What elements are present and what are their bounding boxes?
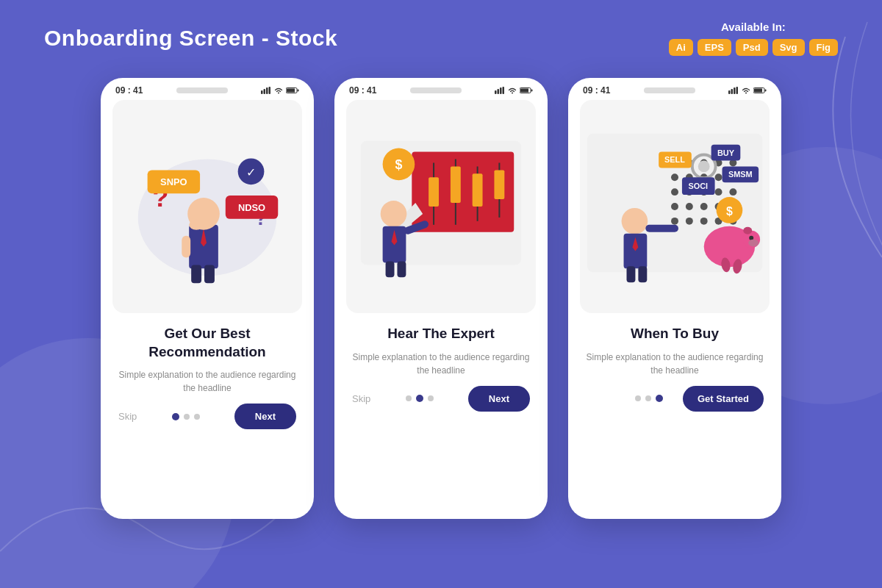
svg-rect-20 xyxy=(182,236,190,258)
phone-2-dots xyxy=(406,395,434,402)
phone-3-status-bar: 09 : 41 xyxy=(568,78,781,100)
phone-2-subtext: Simple explanation to the audience regar… xyxy=(349,351,533,377)
illustration-2-svg: $ xyxy=(346,112,536,301)
phone-1-content: Get Our BestRecommendation Simple explan… xyxy=(101,313,314,395)
svg-rect-22 xyxy=(204,265,215,283)
phone-3-illustration: SELL BUY SOCI SMSM $ xyxy=(580,100,770,313)
svg-point-102 xyxy=(622,208,648,234)
format-badge-ai: Ai xyxy=(669,39,693,56)
available-label: Available In: xyxy=(721,21,786,33)
dot-3-inactive-1 xyxy=(635,395,641,401)
header: Onboarding Screen - Stock Available In: … xyxy=(0,0,882,71)
svg-rect-24 xyxy=(497,89,499,94)
svg-point-78 xyxy=(671,218,678,225)
battery-icon xyxy=(286,87,299,94)
format-badge-fig: Fig xyxy=(809,39,839,56)
phone-3-dots xyxy=(635,395,663,402)
svg-rect-39 xyxy=(494,170,504,199)
phone-1-status-bar: 09 : 41 xyxy=(101,78,314,100)
phone-3-time: 09 : 41 xyxy=(583,85,610,96)
svg-rect-6 xyxy=(297,90,298,92)
svg-point-44 xyxy=(381,201,407,227)
phone-1-footer: Skip Next xyxy=(101,395,314,444)
svg-rect-25 xyxy=(500,87,502,94)
wifi-icon xyxy=(274,87,283,94)
phone-2-next-button[interactable]: Next xyxy=(468,386,530,412)
dot-2-inactive-1 xyxy=(406,395,412,401)
svg-rect-33 xyxy=(429,177,439,207)
svg-rect-2 xyxy=(266,87,268,94)
phone-2-skip-button[interactable]: Skip xyxy=(352,393,370,404)
phone-3-get-started-button[interactable]: Get Started xyxy=(683,386,764,412)
dot-2-active xyxy=(416,395,423,402)
svg-point-100 xyxy=(743,227,752,234)
svg-text:✓: ✓ xyxy=(246,166,256,179)
svg-text:SOCI: SOCI xyxy=(688,182,708,190)
svg-point-84 xyxy=(698,160,710,172)
available-section: Available In: Ai EPS Psd Svg Fig xyxy=(669,21,838,56)
svg-rect-26 xyxy=(502,87,504,94)
phones-container: 09 : 41 ? ? SNPO NDSO xyxy=(0,78,882,519)
svg-rect-0 xyxy=(261,90,263,94)
phone-3-icons xyxy=(728,87,767,94)
phone-1-next-button[interactable]: Next xyxy=(234,404,296,429)
battery-icon-2 xyxy=(520,87,533,94)
svg-rect-29 xyxy=(531,90,532,92)
battery-icon-3 xyxy=(753,87,767,94)
svg-rect-48 xyxy=(386,261,395,277)
wifi-icon-3 xyxy=(742,87,750,94)
svg-rect-37 xyxy=(473,173,483,207)
svg-point-63 xyxy=(671,173,678,181)
svg-rect-52 xyxy=(734,87,736,94)
svg-text:$: $ xyxy=(395,157,402,172)
svg-rect-5 xyxy=(287,89,295,93)
dot-2-inactive-3 xyxy=(428,395,434,401)
phone-1-skip-button[interactable]: Skip xyxy=(118,411,137,422)
phone-2-notch xyxy=(410,87,462,93)
phone-3-content: When To Buy Simple explanation to the au… xyxy=(568,313,781,377)
svg-point-73 xyxy=(671,203,678,210)
svg-rect-56 xyxy=(764,90,766,92)
svg-point-68 xyxy=(671,188,678,196)
svg-text:BUY: BUY xyxy=(717,148,735,157)
phone-3-headline: When To Buy xyxy=(583,325,767,343)
phone-2-icons xyxy=(495,87,533,94)
phone-1: 09 : 41 ? ? SNPO NDSO xyxy=(101,78,314,519)
dot-1-inactive-3 xyxy=(194,414,200,420)
dot-3-active xyxy=(656,395,663,402)
svg-point-79 xyxy=(686,218,693,225)
phone-1-illustration: ? ? SNPO NDSO ✓ xyxy=(112,100,302,313)
phone-3-notch xyxy=(644,87,695,93)
phone-1-subtext: Simple explanation to the audience regar… xyxy=(115,368,299,395)
svg-rect-28 xyxy=(520,89,528,93)
svg-point-66 xyxy=(715,173,723,181)
svg-point-101 xyxy=(748,240,759,247)
svg-text:$: $ xyxy=(726,205,733,218)
svg-point-19 xyxy=(189,220,204,230)
svg-rect-107 xyxy=(638,266,647,282)
svg-rect-35 xyxy=(451,166,461,203)
signal-icon-2 xyxy=(495,87,505,94)
svg-rect-51 xyxy=(731,89,733,94)
svg-text:SNPO: SNPO xyxy=(160,176,187,187)
svg-rect-50 xyxy=(728,90,731,94)
dot-1-active xyxy=(172,413,179,420)
svg-text:SELL: SELL xyxy=(664,155,685,164)
phone-2-headline: Hear The Expert xyxy=(349,325,533,343)
illustration-3-svg: SELL BUY SOCI SMSM $ xyxy=(580,112,770,301)
phone-1-dots xyxy=(172,413,200,420)
phone-3: 09 : 41 xyxy=(568,78,781,519)
format-badge-psd: Psd xyxy=(736,39,768,56)
format-badge-eps: EPS xyxy=(698,39,731,56)
svg-point-74 xyxy=(686,203,693,210)
phone-2-status-bar: 09 : 41 xyxy=(334,78,548,100)
svg-rect-1 xyxy=(263,89,265,94)
phone-3-subtext: Simple explanation to the audience regar… xyxy=(583,351,767,377)
svg-rect-105 xyxy=(645,225,678,232)
phone-2-illustration: $ xyxy=(346,100,536,313)
svg-rect-21 xyxy=(191,265,201,283)
format-badge-svg: Svg xyxy=(772,39,805,56)
svg-rect-55 xyxy=(754,89,762,93)
phone-3-footer: Get Started xyxy=(568,377,781,426)
signal-icon xyxy=(261,87,271,94)
